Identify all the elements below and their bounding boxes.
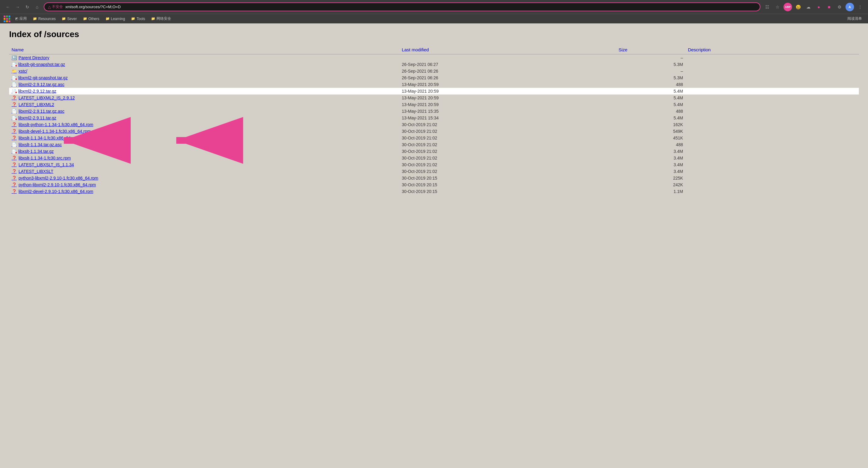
back-button[interactable]: ← (4, 3, 12, 11)
column-name-header[interactable]: Name (9, 45, 399, 54)
file-modified-cell: 26-Sep-2021 06:26 (399, 74, 616, 81)
column-desc-header[interactable]: Description (685, 45, 859, 54)
file-link[interactable]: 📄● libxml2-2.9.12.tar.gz (11, 89, 397, 94)
column-modified-header[interactable]: Last modified (399, 45, 616, 54)
file-link[interactable]: ❓ LATEST_LIBXML2_IS_2.9.12 (11, 95, 397, 100)
file-modified-cell: 30-Oct-2019 21:02 (399, 168, 616, 175)
table-row: ❓ libxml2-devel-2.9.10-1.fc30.x86_64.rpm… (9, 188, 859, 195)
file-link[interactable]: 🔙 Parent Directory (11, 55, 397, 60)
file-icon: 📄 (11, 142, 17, 147)
file-size-cell: 488 (616, 141, 685, 148)
file-size-cell: 1.1M (616, 188, 685, 195)
file-modified-cell: 13-May-2021 20:59 (399, 95, 616, 101)
tar-gz-icon: 📄● (11, 149, 17, 154)
adblock-button[interactable]: ABP (783, 3, 792, 11)
bookmark-button[interactable]: ☆ (773, 3, 782, 11)
file-link[interactable]: 📄● libxml2-2.9.11.tar.gz (11, 116, 397, 120)
file-link[interactable]: ❓ libxslt-devel-1.1.34-1.fc30.x86_64.rpm (11, 129, 397, 134)
file-modified-cell: 26-Sep-2021 06:27 (399, 61, 616, 68)
file-name-cell: 📁 xstc/ (9, 68, 399, 74)
bookmark-tools[interactable]: 📁 Tools (129, 16, 147, 22)
file-link[interactable]: 📄● libxslt-git-snapshot.tar.gz (11, 62, 397, 67)
file-modified-cell: 30-Oct-2019 21:02 (399, 121, 616, 128)
file-size-cell: 5.4M (616, 101, 685, 108)
file-name-cell: ❓ python-libxml2-2.9.10-1.fc30.x86_64.rp… (9, 181, 399, 188)
file-name-text: LATEST_LIBXSLT (19, 169, 54, 174)
table-row: 📄● libxslt-git-snapshot.tar.gz 26-Sep-20… (9, 61, 859, 68)
file-desc-cell (685, 188, 859, 195)
record-button[interactable]: ● (814, 3, 823, 11)
file-size-cell: – (616, 54, 685, 61)
address-bar-container[interactable]: △ 不安全 xmlsoft.org/sources/?C=M;O=D (44, 2, 761, 11)
file-modified-cell: 30-Oct-2019 21:02 (399, 155, 616, 161)
file-name-text: libxml2-2.9.11.tar.gz.asc (19, 109, 64, 114)
bookmark-others[interactable]: 📁 Others (81, 16, 102, 22)
file-size-cell: 162K (616, 121, 685, 128)
unknown-file-icon: ❓ (11, 95, 17, 100)
file-link[interactable]: 📄 libxml2-2.9.12.tar.gz.asc (11, 82, 397, 87)
file-link[interactable]: ❓ libxslt-python-1.1.34-1.fc30.x86_64.rp… (11, 122, 397, 127)
extension-button[interactable]: ■ (825, 3, 833, 11)
grid-view-button[interactable]: ☷ (763, 3, 771, 11)
column-size-header[interactable]: Size (616, 45, 685, 54)
reader-mode-button[interactable]: 阅读清单 (845, 15, 864, 22)
menu-button[interactable]: ⋮ (856, 3, 864, 11)
file-name-text: libxslt-git-snapshot.tar.gz (18, 62, 65, 67)
table-row: 📄 libxslt-1.1.34.tar.gz.asc 30-Oct-2019 … (9, 141, 859, 148)
file-size-cell: 3.4M (616, 168, 685, 175)
table-row: ❓ LATEST_LIBXML2_IS_2.9.12 13-May-2021 2… (9, 95, 859, 101)
file-link[interactable]: ❓ LATEST_LIBXSLT_IS_1.1.34 (11, 162, 397, 167)
file-modified-cell: 30-Oct-2019 21:02 (399, 135, 616, 141)
file-name-text: libxslt-python-1.1.34-1.fc30.x86_64.rpm (19, 122, 93, 127)
others-label: Others (88, 17, 99, 21)
home-button[interactable]: ⌂ (33, 3, 41, 11)
reload-button[interactable]: ↻ (23, 3, 32, 11)
unknown-file-icon: ❓ (11, 162, 17, 167)
file-size-cell: 3.4M (616, 148, 685, 155)
table-row: ❓ libxslt-1.1.34-1.fc30.src.rpm 30-Oct-2… (9, 155, 859, 161)
file-desc-cell (685, 175, 859, 181)
address-url[interactable]: xmlsoft.org/sources/?C=M;O=D (65, 5, 756, 9)
file-desc-cell (685, 181, 859, 188)
puzzle-button[interactable]: ⚙ (835, 3, 844, 11)
file-desc-cell (685, 68, 859, 74)
bookmark-network-security[interactable]: 📁 网络安全 (149, 15, 174, 22)
file-link[interactable]: ❓ libxml2-devel-2.9.10-1.fc30.x86_64.rpm (11, 189, 397, 194)
file-link[interactable]: 📄● libxslt-1.1.34.tar.gz (11, 149, 397, 154)
file-name-text: libxslt-1.1.34.tar.gz.asc (19, 142, 62, 147)
tar-gz-icon: 📄● (11, 116, 17, 120)
forward-button[interactable]: → (13, 3, 22, 11)
file-modified-cell: 30-Oct-2019 20:15 (399, 181, 616, 188)
file-link[interactable]: ❓ LATEST_LIBXSLT (11, 169, 397, 174)
file-link[interactable]: ❓ python-libxml2-2.9.10-1.fc30.x86_64.rp… (11, 182, 397, 187)
file-modified-cell: 30-Oct-2019 21:02 (399, 148, 616, 155)
user-avatar[interactable]: A (845, 3, 854, 11)
table-row: ❓ python3-libxml2-2.9.10-1.fc30.x86_64.r… (9, 175, 859, 181)
file-link[interactable]: ❓ python3-libxml2-2.9.10-1.fc30.x86_64.r… (11, 176, 397, 181)
file-name-text: libxslt-1.1.34-1.fc30.src.rpm (19, 156, 71, 160)
file-link[interactable]: ❓ libxslt-1.1.34-1.fc30.src.rpm (11, 156, 397, 160)
file-link[interactable]: 📄 libxml2-2.9.11.tar.gz.asc (11, 109, 397, 114)
file-name-text: libxml2-2.9.12.tar.gz (18, 89, 56, 94)
file-name-text: LATEST_LIBXML2_IS_2.9.12 (19, 95, 75, 100)
bookmark-sever[interactable]: 📁 Sever (59, 16, 79, 22)
file-link[interactable]: 📁 xstc/ (11, 69, 397, 73)
bookmark-apps[interactable]: ◩ 应用 (13, 15, 29, 22)
file-modified-cell: 30-Oct-2019 20:15 (399, 175, 616, 181)
bookmark-learning[interactable]: 📁 Learning (103, 16, 128, 22)
cloud-button[interactable]: ☁ (804, 3, 813, 11)
file-icon: 📄 (11, 82, 17, 87)
file-desc-cell (685, 61, 859, 68)
file-link[interactable]: ❓ LATEST_LIBXML2 (11, 102, 397, 107)
unknown-file-icon: ❓ (11, 129, 17, 134)
bookmark-resources[interactable]: 📁 Resources (30, 16, 58, 22)
table-row: 📄● libxml2-2.9.12.tar.gz 13-May-2021 20:… (9, 88, 859, 95)
file-name-text: libxml2-git-snapshot.tar.gz (18, 75, 68, 80)
file-name-cell: 🔙 Parent Directory (9, 54, 399, 61)
tar-gz-icon: 📄● (11, 89, 17, 94)
emoji-button[interactable]: 😀 (794, 3, 802, 11)
apps-grid-icon[interactable] (4, 15, 10, 22)
unknown-file-icon: ❓ (11, 156, 17, 160)
file-link[interactable]: 📄● libxml2-git-snapshot.tar.gz (11, 75, 397, 80)
browser-top-bar: ← → ↻ ⌂ △ 不安全 xmlsoft.org/sources/?C=M;O… (0, 0, 868, 14)
